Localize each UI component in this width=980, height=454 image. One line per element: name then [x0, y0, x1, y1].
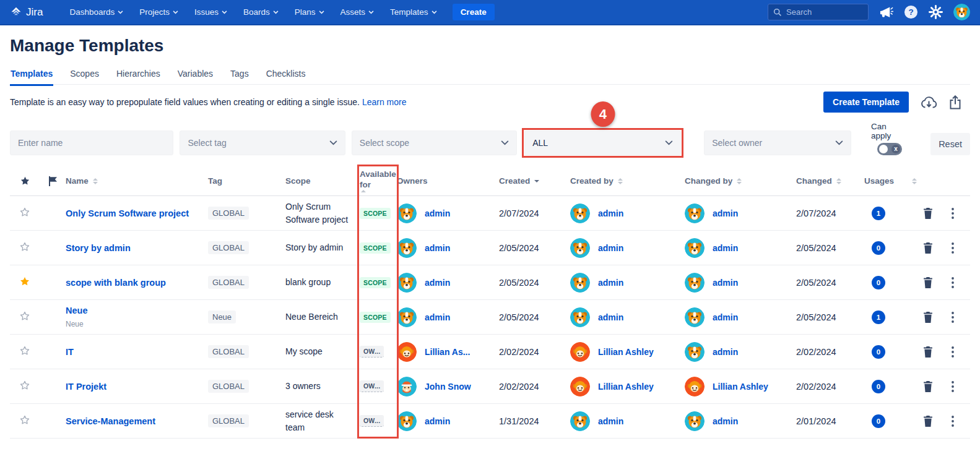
created-by-link[interactable]: admin [598, 278, 623, 288]
nav-item-boards[interactable]: Boards [238, 4, 284, 20]
column-header-scope[interactable]: Scope [285, 176, 360, 186]
created-by-link[interactable]: admin [598, 243, 623, 253]
settings-gear-icon[interactable] [929, 5, 943, 19]
kebab-menu-icon [952, 381, 954, 392]
jira-logo[interactable]: Jira [10, 6, 43, 19]
row-menu-button[interactable] [942, 312, 963, 323]
nav-item-assets[interactable]: Assets [335, 4, 380, 20]
owner-link[interactable]: admin [425, 278, 450, 288]
favorite-star-button[interactable] [10, 275, 40, 290]
row-menu-button[interactable] [942, 208, 963, 219]
delete-button[interactable] [914, 381, 942, 392]
delete-button[interactable] [914, 208, 942, 219]
row-menu-button[interactable] [942, 416, 963, 427]
filter-scope-select[interactable]: Select scope [352, 131, 517, 155]
filter-available-for-select[interactable]: ALL [524, 131, 681, 155]
delete-button[interactable] [914, 277, 942, 288]
changed-by-link[interactable]: Lillian Ashley [713, 382, 768, 392]
filter-name-input[interactable] [10, 131, 173, 155]
column-header-owners[interactable]: Owners [397, 176, 499, 186]
column-header-usages[interactable]: Usages [864, 176, 914, 186]
owner-link[interactable]: admin [425, 208, 450, 218]
nav-item-issues[interactable]: Issues [189, 4, 233, 20]
export-share-icon[interactable] [949, 95, 961, 109]
owner-link[interactable]: admin [425, 312, 450, 322]
favorite-star-button[interactable] [10, 241, 40, 255]
user-avatar[interactable] [953, 4, 970, 20]
reset-button[interactable]: Reset [930, 133, 970, 155]
changed-by-link[interactable]: admin [713, 208, 738, 218]
favorite-star-button[interactable] [10, 379, 40, 394]
owner-link[interactable]: Lillian As... [425, 347, 470, 357]
filter-owner-select[interactable]: Select owner [704, 131, 851, 155]
create-button[interactable]: Create [453, 4, 495, 20]
row-menu-button[interactable] [942, 381, 963, 392]
nav-item-plans[interactable]: Plans [289, 4, 330, 20]
help-icon[interactable]: ? [904, 5, 918, 19]
created-by-link[interactable]: admin [598, 208, 623, 218]
favorite-star-button[interactable] [10, 206, 40, 221]
template-name-link[interactable]: Only Scrum Software project [66, 208, 189, 218]
template-name-link[interactable]: scope with blank group [66, 278, 166, 288]
changed-by-link[interactable]: admin [713, 278, 738, 288]
owner-link[interactable]: admin [425, 243, 450, 253]
delete-button[interactable] [914, 242, 942, 254]
tab-checklists[interactable]: Checklists [266, 66, 306, 84]
chevron-down-icon [501, 140, 509, 145]
created-by-link[interactable]: Lillian Ashley [598, 382, 654, 392]
available-for-badge: SCOPE [360, 242, 391, 254]
filter-tag-select[interactable]: Select tag [180, 131, 345, 155]
column-header-changed[interactable]: Changed [796, 176, 864, 186]
changed-by-link[interactable]: admin [713, 347, 738, 357]
row-menu-button[interactable] [942, 346, 963, 358]
created-by-link[interactable]: admin [598, 312, 623, 322]
favorite-star-button[interactable] [10, 345, 40, 359]
tab-hierarchies[interactable]: Hierarchies [116, 66, 161, 84]
created-by-link[interactable]: admin [598, 416, 623, 426]
delete-button[interactable] [914, 346, 942, 358]
template-name-link[interactable]: Neue [66, 306, 87, 315]
template-name-link[interactable]: Service-Management [66, 416, 155, 426]
row-menu-button[interactable] [942, 277, 963, 288]
search-input[interactable] [786, 7, 861, 17]
changed-by-link[interactable]: admin [713, 312, 738, 322]
column-header-created-by[interactable]: Created by [570, 176, 685, 186]
delete-button[interactable] [914, 312, 942, 323]
import-download-icon[interactable] [921, 95, 937, 109]
column-header-tag[interactable]: Tag [208, 176, 285, 186]
tab-tags[interactable]: Tags [230, 66, 249, 84]
nav-item-dashboards[interactable]: Dashboards [64, 4, 129, 20]
column-header-name[interactable]: Name [66, 176, 208, 186]
template-name-link[interactable]: IT [66, 347, 74, 357]
owner-link[interactable]: John Snow [425, 382, 471, 392]
tab-scopes[interactable]: Scopes [69, 66, 100, 84]
flag-column-header[interactable] [40, 176, 66, 186]
created-by-link[interactable]: Lillian Ashley [598, 347, 654, 357]
can-apply-toggle[interactable]: x [877, 143, 902, 155]
changed-by-link[interactable]: admin [713, 243, 738, 253]
owner-avatar [397, 342, 417, 362]
column-header-created[interactable]: Created [499, 176, 570, 186]
owner-link[interactable]: admin [425, 416, 450, 426]
learn-more-link[interactable]: Learn more [362, 97, 407, 107]
favorite-column-header[interactable] [10, 175, 40, 187]
column-header-changed-by[interactable]: Changed by [685, 176, 796, 186]
favorite-star-button[interactable] [10, 310, 40, 325]
column-header-available-for[interactable]: Available for [360, 169, 397, 193]
changed-by-link[interactable]: admin [713, 416, 738, 426]
chevron-down-icon [329, 140, 337, 145]
template-name-link[interactable]: IT Projekt [66, 382, 106, 392]
global-search[interactable] [768, 4, 869, 20]
nav-item-templates[interactable]: Templates [384, 4, 443, 20]
table-row: Only Scrum Software project GLOBAL Only … [10, 196, 970, 231]
delete-button[interactable] [914, 416, 942, 427]
announcements-icon[interactable] [879, 6, 893, 19]
favorite-star-button[interactable] [10, 414, 40, 429]
template-name-link[interactable]: Story by admin [66, 243, 131, 253]
usages-badge: 1 [872, 311, 885, 324]
create-template-button[interactable]: Create Template [823, 92, 909, 113]
tab-templates[interactable]: Templates [10, 66, 53, 84]
row-menu-button[interactable] [942, 242, 963, 254]
tab-variables[interactable]: Variables [177, 66, 214, 84]
nav-item-projects[interactable]: Projects [134, 4, 184, 20]
